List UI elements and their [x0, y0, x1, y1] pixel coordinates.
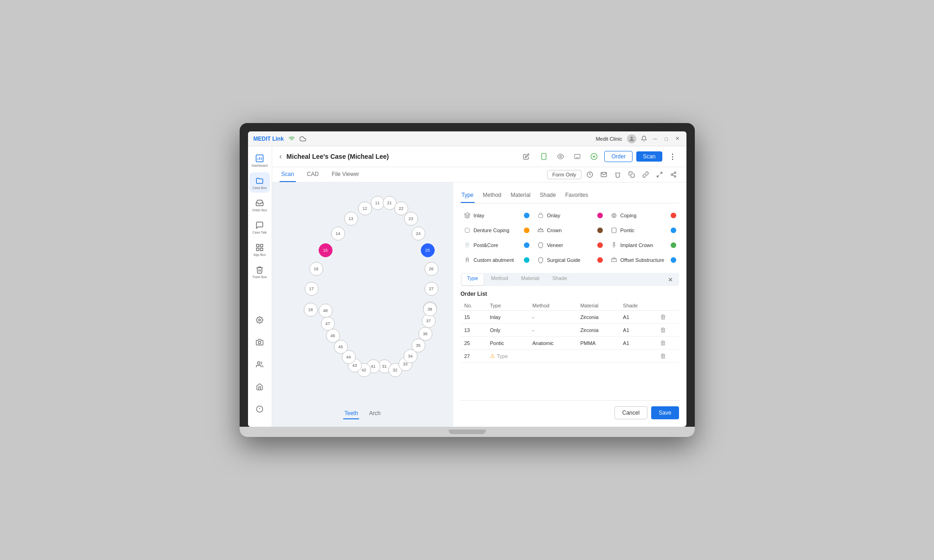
sidebar-item-home[interactable]	[249, 377, 270, 397]
teeth-tab[interactable]: Teeth	[343, 408, 359, 419]
post-core-icon: 🦷	[464, 241, 471, 249]
close-form-button[interactable]: ✕	[665, 274, 676, 285]
back-button[interactable]: ‹	[280, 152, 282, 161]
type-tab-method[interactable]: Method	[482, 190, 503, 203]
form-tab-method[interactable]: Method	[485, 274, 514, 285]
close-button[interactable]: ✕	[674, 136, 681, 142]
sidebar-item-casetalk[interactable]: Case Talk	[249, 217, 270, 237]
tooth-16[interactable]: 16	[309, 262, 323, 276]
mobile-icon[interactable]	[537, 150, 550, 163]
tooth-36[interactable]: 36	[418, 327, 432, 341]
type-item-crown[interactable]: Crown	[534, 225, 606, 236]
sidebar-item-appbox[interactable]: App Box	[249, 239, 270, 260]
type-tab-favorites[interactable]: Favorites	[564, 190, 589, 203]
cell-material: Zirconia	[576, 311, 619, 324]
svg-rect-18	[631, 174, 634, 177]
tab-cad[interactable]: CAD	[305, 167, 320, 182]
tooth-18[interactable]: 18	[304, 303, 318, 317]
type-item-onlay[interactable]: Onlay	[534, 210, 606, 221]
tooth-47[interactable]: 47	[321, 317, 335, 331]
tooth-14[interactable]: 14	[331, 227, 345, 241]
form-only-button[interactable]: Form Only	[547, 170, 581, 179]
share-icon[interactable]	[668, 169, 679, 180]
type-tab-type[interactable]: Type	[461, 190, 475, 203]
tab-file-viewer[interactable]: File Viewer	[330, 167, 361, 182]
tooth-17[interactable]: 17	[305, 282, 319, 296]
cell-delete[interactable]: 🗑	[656, 337, 679, 350]
type-item-denture-coping[interactable]: Denture Coping	[461, 225, 532, 236]
cell-shade	[619, 350, 656, 363]
sidebar-item-orderbox[interactable]: Order Box	[249, 195, 270, 215]
type-item-offset-substructure[interactable]: Offset Substructure	[607, 254, 679, 266]
minimize-button[interactable]: ─	[652, 136, 659, 142]
cell-type: Inlay	[486, 311, 529, 324]
sidebar: Dashboard Case Box	[248, 146, 272, 427]
tooth-26[interactable]: 26	[425, 262, 438, 276]
tooth-27[interactable]: 27	[425, 282, 438, 296]
type-item-surgical-guide[interactable]: Surgical Guide	[534, 254, 606, 266]
tooth-46[interactable]: 46	[326, 329, 340, 343]
type-item-pontic[interactable]: Pontic	[607, 225, 679, 236]
email-icon[interactable]	[598, 169, 609, 180]
type-item-custom-abutment[interactable]: Custom abutment	[461, 254, 532, 266]
table-row: 15 Inlay - Zirconia A1 🗑	[461, 311, 679, 324]
notification-icon[interactable]	[641, 136, 647, 142]
sidebar-item-casebox[interactable]: Case Box	[249, 172, 270, 193]
tooth-25[interactable]: 25	[421, 243, 435, 257]
type-item-coping[interactable]: Coping	[607, 210, 679, 221]
copy-icon[interactable]	[626, 169, 637, 180]
scan-glasses-icon[interactable]	[554, 150, 567, 163]
cell-delete[interactable]: 🗑	[656, 350, 679, 363]
save-button[interactable]: Save	[651, 406, 679, 419]
tooth-24[interactable]: 24	[411, 227, 425, 241]
scan-button[interactable]: Scan	[636, 151, 662, 162]
maximize-button[interactable]: □	[663, 136, 670, 142]
type-item-inlay[interactable]: Inlay	[461, 210, 532, 221]
cancel-button[interactable]: Cancel	[614, 406, 647, 419]
tooth-15[interactable]: 15	[319, 243, 333, 257]
form-tab-shade[interactable]: Shade	[547, 274, 573, 285]
implant-crown-label: Implant Crown	[620, 242, 653, 248]
more-button[interactable]: ⋮	[666, 150, 679, 163]
sidebar-item-users[interactable]	[249, 354, 270, 375]
delete-icon[interactable]	[612, 169, 623, 180]
sidebar-item-dashboard[interactable]: Dashboard	[249, 150, 270, 170]
denture-coping-label: Denture Coping	[474, 228, 509, 233]
sidebar-label-casebox: Case Box	[253, 186, 267, 189]
post-core-dot	[524, 242, 529, 248]
tooth-35[interactable]: 35	[411, 339, 425, 352]
keyboard-icon[interactable]	[571, 150, 584, 163]
link-icon[interactable]	[640, 169, 651, 180]
cell-shade: A1	[619, 324, 656, 337]
cell-method: -	[529, 324, 576, 337]
tooth-13[interactable]: 13	[344, 212, 358, 226]
tab-scan[interactable]: Scan	[280, 167, 296, 182]
edit-button[interactable]	[520, 150, 533, 163]
device-icon[interactable]	[588, 150, 601, 163]
type-tab-shade[interactable]: Shade	[539, 190, 557, 203]
sidebar-item-settings[interactable]	[249, 310, 270, 330]
sidebar-item-trashbox[interactable]: Trash Box	[249, 261, 270, 282]
cell-no: 25	[461, 337, 486, 350]
cell-delete[interactable]: 🗑	[656, 324, 679, 337]
type-tab-material[interactable]: Material	[510, 190, 532, 203]
titlebar: MEDIT Link Medit Clinic	[248, 131, 686, 146]
expand-icon[interactable]	[654, 169, 665, 180]
tooth-23[interactable]: 23	[404, 212, 418, 226]
type-item-post-core[interactable]: 🦷 Post&Core	[461, 240, 532, 251]
cell-delete[interactable]: 🗑	[656, 311, 679, 324]
form-tab-type[interactable]: Type	[462, 274, 484, 285]
tooth-48[interactable]: 48	[319, 304, 333, 318]
arch-tab[interactable]: Arch	[368, 408, 382, 419]
type-item-veneer[interactable]: Veneer	[534, 240, 606, 251]
sidebar-item-camera[interactable]	[249, 332, 270, 352]
type-item-implant-crown[interactable]: Implant Crown	[607, 240, 679, 251]
form-tab-material[interactable]: Material	[516, 274, 545, 285]
tooth-12[interactable]: 12	[358, 202, 372, 215]
veneer-label: Veneer	[547, 242, 563, 248]
sidebar-item-info[interactable]	[249, 399, 270, 419]
pontic-icon	[610, 227, 618, 234]
tooth-38[interactable]: 38	[423, 302, 437, 316]
history-icon[interactable]	[584, 169, 595, 180]
order-button[interactable]: Order	[604, 151, 633, 162]
